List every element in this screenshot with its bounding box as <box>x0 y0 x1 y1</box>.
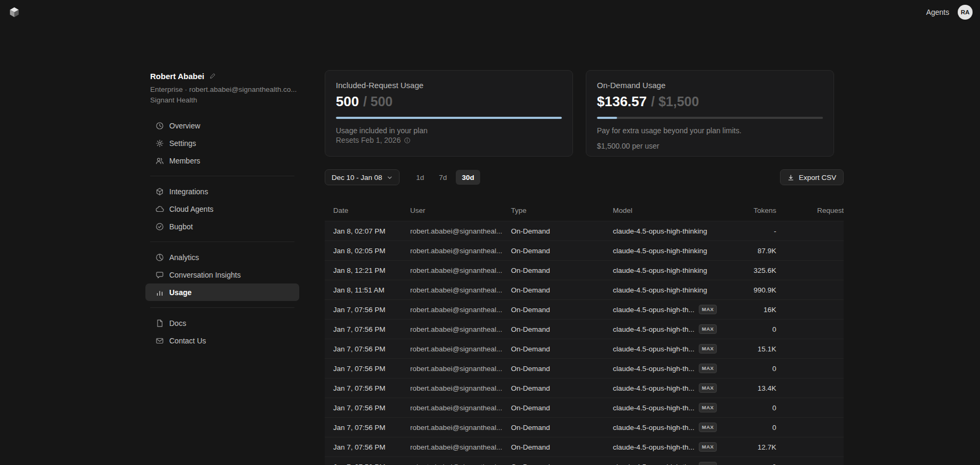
table-row[interactable]: Jan 7, 07:56 PMrobert.ababei@signantheal… <box>325 437 844 457</box>
cell-user: robert.ababei@signantheal... <box>410 286 511 294</box>
sidebar-item-label: Overview <box>169 122 200 130</box>
cell-tokens: 0 <box>732 463 776 465</box>
clock-icon <box>155 121 164 130</box>
sidebar-item-settings[interactable]: Settings <box>145 134 299 152</box>
sidebar-item-bugbot[interactable]: Bugbot <box>145 218 299 235</box>
cell-model: claude-4.5-opus-high-thinking <box>613 247 732 255</box>
sidebar-item-overview[interactable]: Overview <box>145 117 299 134</box>
sidebar-item-contact-us[interactable]: Contact Us <box>145 332 299 349</box>
sidebar-nav: OverviewSettingsMembersIntegrationsCloud… <box>145 117 299 349</box>
people-icon <box>155 156 164 165</box>
sidebar-item-label: Analytics <box>169 253 199 262</box>
cell-user: robert.ababei@signantheal... <box>410 404 511 412</box>
export-csv-button[interactable]: Export CSV <box>780 169 844 185</box>
sidebar-item-docs[interactable]: Docs <box>145 314 299 332</box>
table-header: DateUserTypeModelTokensRequests <box>325 200 844 221</box>
cell-model: claude-4.5-opus-high-thinking <box>613 286 732 294</box>
sidebar-item-usage[interactable]: Usage <box>145 283 299 301</box>
cell-tokens: 16K <box>732 306 776 314</box>
cell-type: On-Demand <box>511 424 613 432</box>
date-range-dropdown[interactable]: Dec 10 - Jan 08 <box>325 169 400 185</box>
table-row[interactable]: Jan 7, 07:56 PMrobert.ababei@signantheal… <box>325 418 844 437</box>
cell-type: On-Demand <box>511 443 613 451</box>
cell-date: Jan 7, 07:56 PM <box>333 384 410 392</box>
max-badge: MAX <box>699 324 717 334</box>
table-row[interactable]: Jan 8, 02:05 PMrobert.ababei@signantheal… <box>325 241 844 261</box>
range-chip-30d[interactable]: 30d <box>456 170 480 185</box>
sidebar: Robert Ababei Enterprise · robert.ababei… <box>145 71 299 349</box>
progress-bar <box>336 117 562 119</box>
model-name: claude-4.5-opus-high-th... <box>613 384 695 392</box>
column-header-user: User <box>410 206 511 214</box>
sidebar-item-analytics[interactable]: Analytics <box>145 248 299 266</box>
export-csv-label: Export CSV <box>799 174 836 182</box>
cell-tokens: 15.1K <box>732 345 776 353</box>
bar-chart-icon <box>155 288 164 297</box>
sidebar-item-label: Integrations <box>169 187 208 196</box>
table-row[interactable]: Jan 7, 07:56 PMrobert.ababei@signantheal… <box>325 398 844 418</box>
topbar: Agents RA <box>0 0 980 24</box>
app-logo-icon[interactable] <box>7 5 21 19</box>
table-row[interactable]: Jan 7, 07:56 PMrobert.ababei@signantheal… <box>325 378 844 398</box>
agents-link[interactable]: Agents <box>926 8 949 16</box>
sidebar-divider <box>150 242 294 242</box>
date-range-label: Dec 10 - Jan 08 <box>332 174 382 182</box>
max-badge: MAX <box>699 423 717 432</box>
model-name: claude-4.5-opus-high-th... <box>613 345 695 353</box>
check-circle-icon <box>155 222 164 231</box>
user-avatar[interactable]: RA <box>958 5 973 20</box>
filter-row: Dec 10 - Jan 08 1d7d30d Export CSV <box>325 169 844 185</box>
profile-plan: Enterprise · robert.ababei@signanthealth… <box>150 84 299 95</box>
cell-tokens: 12.7K <box>732 443 776 451</box>
cell-date: Jan 8, 02:05 PM <box>333 247 410 255</box>
cell-tokens: 13.4K <box>732 384 776 392</box>
column-header-type: Type <box>511 206 613 214</box>
cell-date: Jan 8, 02:07 PM <box>333 227 410 235</box>
cell-tokens: 0 <box>732 404 776 412</box>
usage-cards: Included-Request Usage 500 / 500 Usage i… <box>325 70 844 157</box>
table-row[interactable]: Jan 7, 07:56 PMrobert.ababei@signantheal… <box>325 457 844 465</box>
cell-user: robert.ababei@signantheal... <box>410 365 511 373</box>
range-chip-7d[interactable]: 7d <box>433 170 453 185</box>
sidebar-item-label: Conversation Insights <box>169 271 241 279</box>
cell-tokens: 325.6K <box>732 266 776 274</box>
table-row[interactable]: Jan 8, 12:21 PMrobert.ababei@signantheal… <box>325 261 844 280</box>
cell-model: claude-4.5-opus-high-th...MAX <box>613 324 732 334</box>
cell-model: claude-4.5-opus-high-th...MAX <box>613 344 732 354</box>
ondemand-usage-limit: / $1,500 <box>651 94 699 109</box>
table-row[interactable]: Jan 8, 11:51 AMrobert.ababei@signantheal… <box>325 280 844 300</box>
edit-profile-icon[interactable] <box>209 73 216 80</box>
table-row[interactable]: Jan 8, 02:07 PMrobert.ababei@signantheal… <box>325 221 844 241</box>
cell-date: Jan 8, 11:51 AM <box>333 286 410 294</box>
included-usage-card: Included-Request Usage 500 / 500 Usage i… <box>325 70 573 157</box>
sidebar-item-members[interactable]: Members <box>145 152 299 169</box>
ondemand-usage-card: On-Demand Usage $136.57 / $1,500 Pay for… <box>586 70 834 157</box>
sidebar-item-conversation-insights[interactable]: Conversation Insights <box>145 266 299 283</box>
sidebar-item-label: Cloud Agents <box>169 205 213 213</box>
cell-type: On-Demand <box>511 325 613 333</box>
cell-model: claude-4.5-opus-high-th...MAX <box>613 442 732 452</box>
cell-tokens: 0 <box>732 325 776 333</box>
cell-user: robert.ababei@signantheal... <box>410 266 511 274</box>
sidebar-item-integrations[interactable]: Integrations <box>145 183 299 200</box>
range-selector: 1d7d30d <box>410 170 480 185</box>
cell-date: Jan 7, 07:56 PM <box>333 365 410 373</box>
model-name: claude-4.5-opus-high-thinking <box>613 266 707 274</box>
sidebar-item-cloud-agents[interactable]: Cloud Agents <box>145 200 299 218</box>
table-row[interactable]: Jan 7, 07:56 PMrobert.ababei@signantheal… <box>325 359 844 378</box>
range-chip-1d[interactable]: 1d <box>410 170 430 185</box>
table-row[interactable]: Jan 7, 07:56 PMrobert.ababei@signantheal… <box>325 300 844 320</box>
table-row[interactable]: Jan 7, 07:56 PMrobert.ababei@signantheal… <box>325 320 844 339</box>
cell-date: Jan 7, 07:56 PM <box>333 424 410 432</box>
cell-date: Jan 7, 07:56 PM <box>333 325 410 333</box>
table-row[interactable]: Jan 7, 07:56 PMrobert.ababei@signantheal… <box>325 339 844 359</box>
sidebar-item-label: Contact Us <box>169 337 206 345</box>
card-note: Pay for extra usage beyond your plan lim… <box>597 126 823 135</box>
cell-date: Jan 7, 07:56 PM <box>333 345 410 353</box>
info-icon[interactable] <box>404 137 411 144</box>
card-reset-note: Resets Feb 1, 2026 <box>336 136 401 144</box>
column-header-tokens: Tokens <box>732 206 776 214</box>
model-name: claude-4.5-opus-high-thinking <box>613 286 707 294</box>
model-name: claude-4.5-opus-high-th... <box>613 306 695 314</box>
pie-icon <box>155 253 164 262</box>
